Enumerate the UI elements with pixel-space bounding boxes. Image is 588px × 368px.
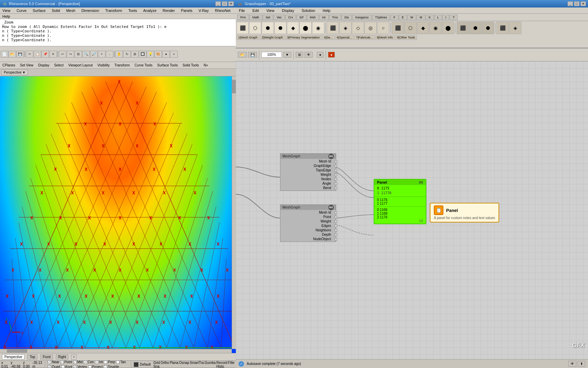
cen-checkbox[interactable] — [84, 361, 87, 364]
menu-render[interactable]: Render — [162, 8, 176, 13]
nav-cplanes[interactable]: CPlanes — [1, 63, 16, 67]
gh-minimize-btn[interactable]: _ — [568, 1, 573, 6]
meshgraph-node-1[interactable]: MeshGraph MG Mesh Id GraphEdge TopoEdge … — [280, 153, 336, 191]
tab-kangaroo[interactable]: Kangaroo — [352, 15, 372, 20]
menu-mesh[interactable]: Mesh — [65, 8, 76, 13]
select-all-btn[interactable]: ⊞ — [75, 51, 82, 58]
port-bend[interactable] — [334, 187, 337, 189]
gh-tool-1[interactable]: ⬛ — [236, 22, 249, 34]
menu-tools[interactable]: Tools — [127, 8, 138, 13]
tab-srf[interactable]: Srf — [296, 15, 307, 20]
zoom-in-btn[interactable]: + — [98, 51, 105, 58]
port-meshid-2[interactable] — [334, 211, 337, 214]
open-btn[interactable]: 📂 — [9, 51, 16, 58]
filter-status[interactable]: Filte — [228, 361, 234, 368]
gh-menu-file[interactable]: File — [238, 8, 246, 13]
nav-curve-tools[interactable]: Curve Tools — [133, 63, 153, 67]
gh-tool-7[interactable]: ◉ — [312, 22, 324, 34]
group-mesh-info[interactable]: 8|Mesh Info — [375, 35, 395, 40]
tab-set[interactable]: Set — [263, 15, 274, 20]
undo-btn[interactable]: ↩ — [59, 51, 66, 58]
tab-w[interactable]: W — [407, 15, 416, 20]
rhino-viewport[interactable]: x y z — [0, 76, 236, 353]
gh-menu-view[interactable]: View — [265, 8, 276, 13]
gh-tool-11[interactable]: ◎ — [364, 22, 377, 34]
delete-btn[interactable]: ✕ — [49, 51, 57, 58]
menu-analyze[interactable]: Analyze — [142, 8, 158, 13]
pan-btn[interactable]: ✋ — [115, 51, 123, 58]
gh-tool-14[interactable]: ⬡ — [404, 22, 416, 34]
port-graphedge[interactable] — [334, 165, 337, 167]
gh-tool-3[interactable]: ⬢ — [262, 22, 274, 34]
gh-load-btn[interactable]: 📂 — [238, 52, 247, 58]
group-primary-seg[interactable]: 3|Primary Segmentation — [285, 35, 322, 40]
gh-tool-9[interactable]: ◈ — [339, 22, 352, 34]
gh-tool-21[interactable]: ⬛ — [496, 22, 509, 34]
status-front[interactable]: Front — [40, 354, 53, 359]
viewport-add-btn[interactable]: + — [71, 354, 77, 360]
nav-solid-tools[interactable]: Solid Tools — [181, 63, 200, 67]
group-other-tools[interactable]: 9|Other Tools — [395, 35, 416, 40]
menu-solid[interactable]: Solid — [51, 8, 61, 13]
gh-preview-btn[interactable]: 👁 — [568, 361, 576, 367]
nav-viewport-layout[interactable]: Viewport Layout — [67, 63, 94, 67]
gh-tool-16[interactable]: ◉ — [429, 22, 442, 34]
gumball-status[interactable]: Gumba — [205, 361, 216, 368]
planar-status[interactable]: Plana — [170, 361, 179, 368]
viewport-scrollbar-v[interactable] — [232, 76, 236, 349]
panel-node-main[interactable]: Panel {0} 0 1175 1 11770 0 1176 1 1177 0… — [374, 179, 426, 224]
nav-visibility[interactable]: Visibility — [96, 63, 111, 67]
menu-dimension[interactable]: Dimension — [80, 8, 100, 13]
copy-btn[interactable]: 📋 — [34, 51, 41, 58]
snap-point[interactable]: Point — [60, 360, 72, 364]
nav-surface-tools[interactable]: Surface Tools — [156, 63, 179, 67]
tab-trns[interactable]: Trns — [329, 15, 341, 20]
status-right[interactable]: Right — [56, 354, 68, 359]
orbit-btn[interactable]: ↻ — [123, 51, 131, 58]
gh-maximize-btn[interactable]: □ — [574, 1, 579, 6]
gh-tool-19[interactable]: ⬢ — [469, 22, 481, 34]
gh-save-btn[interactable]: 💾 — [248, 52, 257, 58]
nav-select[interactable]: Select — [53, 63, 65, 67]
gh-zoom-dropdown[interactable]: ▼ — [283, 52, 291, 58]
tab-e[interactable]: E — [399, 15, 407, 20]
status-top[interactable]: Top — [27, 354, 37, 359]
snap-near[interactable]: Near — [48, 360, 59, 364]
menu-rhinonet[interactable]: RhinoNet — [214, 8, 232, 13]
gh-tool-6[interactable]: ⬤ — [299, 22, 312, 34]
menu-panels[interactable]: Panels — [180, 8, 194, 13]
tab-crv[interactable]: Crv — [285, 15, 296, 20]
gh-tool-13[interactable]: ⬛ — [392, 22, 404, 34]
gh-tool-12[interactable]: ○ — [377, 22, 389, 34]
group-weight-graph[interactable]: 2|Weight Graph — [260, 35, 285, 40]
port-weight-2[interactable] — [334, 220, 337, 223]
meshgraph-node-2[interactable]: MeshGraph MG Mesh Id Point Weight Edges — [280, 204, 336, 242]
tab-m[interactable]: M — [416, 15, 425, 20]
gh-tool-5[interactable]: ◆ — [287, 22, 299, 34]
gh-bake-btn[interactable]: ⬆ — [578, 361, 585, 367]
zoom-select-btn[interactable]: 🔍 — [82, 51, 90, 58]
close-button[interactable]: ✕ — [228, 1, 234, 6]
gh-tool-10[interactable]: ◇ — [352, 22, 364, 34]
zoom-out-btn[interactable]: - — [106, 51, 113, 58]
menu-transform[interactable]: Transform — [104, 8, 123, 13]
gh-tool-2[interactable]: ⬡ — [249, 22, 261, 34]
gh-menu-solution[interactable]: Solution — [300, 8, 316, 13]
perspective-tab[interactable]: Perspective ▼ — [1, 70, 28, 75]
gh-tool-18[interactable]: ⬛ — [457, 22, 469, 34]
mid-checkbox[interactable] — [73, 361, 77, 364]
tab-prm[interactable]: Prm — [237, 15, 249, 20]
gh-fit-btn[interactable]: ⊞ — [296, 52, 303, 58]
new-btn[interactable]: 📄 — [1, 51, 8, 58]
tab-i[interactable]: I — [442, 15, 450, 20]
group-4[interactable]: 4|Se... — [322, 35, 334, 40]
tab-int[interactable]: Int — [319, 15, 329, 20]
port-weight-1[interactable] — [334, 173, 337, 176]
tab-k[interactable]: K — [426, 15, 434, 20]
port-edges[interactable] — [334, 225, 337, 227]
gh-tool-15[interactable]: ◆ — [417, 22, 429, 34]
nav-transform[interactable]: Transform — [113, 63, 131, 67]
minimize-button[interactable]: _ — [215, 1, 221, 6]
port-meshid-1[interactable] — [334, 160, 337, 163]
smarttrack-status[interactable]: SmartTra — [190, 361, 204, 368]
